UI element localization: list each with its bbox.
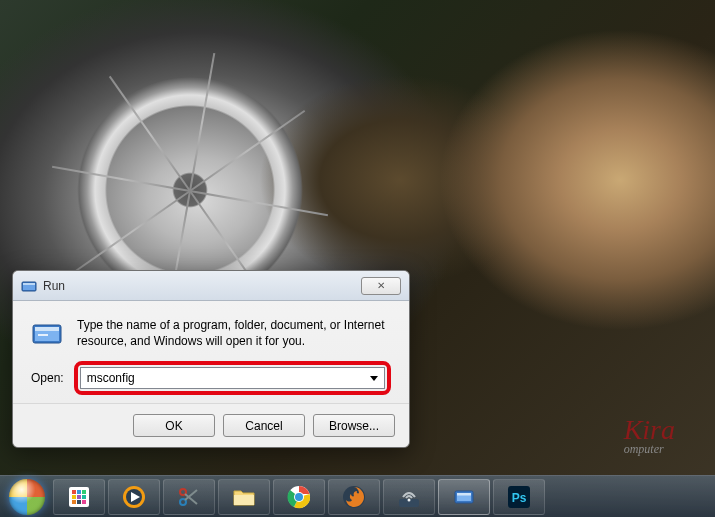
svg-rect-9	[77, 490, 81, 494]
wifi-icon	[397, 485, 421, 509]
firefox-icon	[342, 485, 366, 509]
watermark-name: Kira	[624, 414, 675, 445]
svg-rect-24	[234, 495, 254, 505]
dialog-title: Run	[43, 279, 361, 293]
open-combobox[interactable]	[80, 367, 385, 389]
input-highlight	[74, 361, 391, 395]
windows-logo-icon	[9, 479, 45, 515]
taskbar-item-explorer[interactable]	[218, 479, 270, 515]
run-large-icon	[31, 317, 63, 349]
svg-point-30	[408, 498, 411, 501]
run-icon	[21, 278, 37, 294]
taskbar: Ps	[0, 475, 715, 517]
scissors-icon	[177, 485, 201, 509]
svg-rect-2	[23, 283, 35, 285]
grid-icon	[67, 485, 91, 509]
svg-rect-10	[82, 490, 86, 494]
svg-rect-33	[457, 493, 471, 496]
ok-button[interactable]: OK	[133, 414, 215, 437]
dialog-buttons: OK Cancel Browse...	[13, 403, 409, 447]
taskbar-item-firefox[interactable]	[328, 479, 380, 515]
taskbar-item-apps[interactable]	[53, 479, 105, 515]
svg-rect-8	[72, 490, 76, 494]
svg-rect-16	[82, 500, 86, 504]
run-small-icon	[452, 485, 476, 509]
cancel-button[interactable]: Cancel	[223, 414, 305, 437]
start-button[interactable]	[4, 477, 50, 517]
wmp-icon	[122, 485, 146, 509]
taskbar-item-chrome[interactable]	[273, 479, 325, 515]
svg-rect-14	[72, 500, 76, 504]
run-dialog: Run ✕ Type the name of a program, folder…	[12, 270, 410, 448]
taskbar-item-media-player[interactable]	[108, 479, 160, 515]
svg-rect-11	[72, 495, 76, 499]
ps-icon: Ps	[507, 485, 531, 509]
open-label: Open:	[31, 371, 64, 385]
svg-text:Ps: Ps	[512, 491, 527, 505]
svg-rect-15	[77, 500, 81, 504]
wallpaper-watermark: Kira omputer	[624, 414, 675, 457]
dropdown-caret-icon[interactable]	[370, 376, 378, 381]
svg-point-27	[295, 493, 303, 501]
titlebar[interactable]: Run ✕	[13, 271, 409, 301]
svg-rect-12	[77, 495, 81, 499]
taskbar-item-photoshop[interactable]: Ps	[493, 479, 545, 515]
chrome-icon	[287, 485, 311, 509]
open-input[interactable]	[87, 371, 370, 385]
close-button[interactable]: ✕	[361, 277, 401, 295]
browse-button[interactable]: Browse...	[313, 414, 395, 437]
svg-rect-13	[82, 495, 86, 499]
taskbar-item-run[interactable]	[438, 479, 490, 515]
taskbar-item-snipping[interactable]	[163, 479, 215, 515]
taskbar-item-network[interactable]	[383, 479, 435, 515]
svg-rect-6	[38, 334, 48, 336]
folder-icon	[232, 485, 256, 509]
close-icon: ✕	[377, 280, 385, 291]
svg-rect-5	[35, 327, 59, 331]
dialog-body-text: Type the name of a program, folder, docu…	[77, 317, 391, 349]
